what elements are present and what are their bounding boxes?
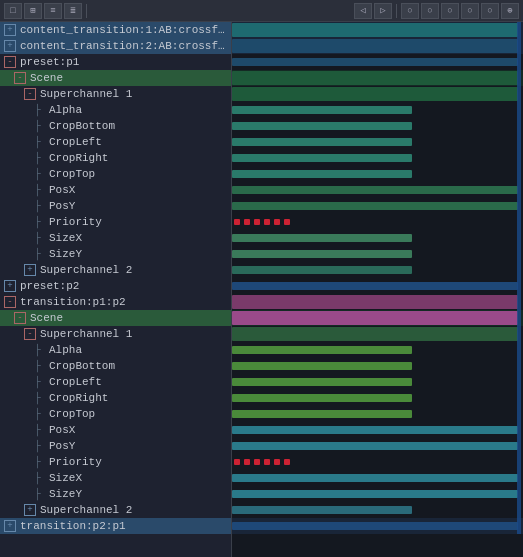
timeline-bar: [232, 250, 412, 258]
toolbar-btn-f[interactable]: ⊕: [501, 3, 519, 19]
toolbar-btn-3[interactable]: ≡: [44, 3, 62, 19]
priority-marker: [254, 459, 260, 465]
timeline-bar: [232, 410, 412, 418]
timeline-row-15: [232, 262, 523, 278]
tree-row[interactable]: ├Priority: [0, 214, 231, 230]
timeline-row-18: [232, 310, 523, 326]
toolbar: □ ⊞ ≡ ≣ ◁ ▷ ○ ○ ○ ○ ○ ⊕: [0, 0, 523, 22]
tree-label: CropLeft: [49, 376, 102, 388]
branch-line: ├: [34, 168, 46, 180]
tree-row[interactable]: ├PosY: [0, 198, 231, 214]
timeline-row-14: [232, 246, 523, 262]
toolbar-btn-4[interactable]: ≣: [64, 3, 82, 19]
tree-row[interactable]: -Scene: [0, 70, 231, 86]
timeline-bar: [232, 58, 518, 66]
tree-row[interactable]: ├SizeX: [0, 230, 231, 246]
tree-row[interactable]: +transition:p2:p1: [0, 518, 231, 534]
minus-icon[interactable]: -: [14, 72, 26, 84]
tree-row[interactable]: +Superchannel 2: [0, 502, 231, 518]
tree-row[interactable]: ├CropTop: [0, 166, 231, 182]
timeline-bar: [232, 522, 518, 530]
timeline-bar: [232, 506, 412, 514]
branch-line: ├: [34, 120, 46, 132]
tree-row[interactable]: ├CropLeft: [0, 374, 231, 390]
tree-label: PosY: [49, 200, 75, 212]
tree-row[interactable]: ├CropRight: [0, 150, 231, 166]
tree-row[interactable]: ├PosY: [0, 438, 231, 454]
timeline-row-11: [232, 198, 523, 214]
branch-line: ├: [34, 424, 46, 436]
timeline-row-16: [232, 278, 523, 294]
timeline-row-8: [232, 150, 523, 166]
timeline-row-13: [232, 230, 523, 246]
toolbar-btn-c[interactable]: ○: [441, 3, 459, 19]
tree-label: Superchannel 2: [40, 504, 132, 516]
tree-row[interactable]: ├PosX: [0, 422, 231, 438]
add-icon[interactable]: +: [4, 280, 16, 292]
tree-row[interactable]: -Scene: [0, 310, 231, 326]
tree-label: SizeY: [49, 248, 82, 260]
timeline-bar: [232, 106, 412, 114]
timeline-bar: [232, 490, 518, 498]
timeline-row-25: [232, 422, 523, 438]
tree-row[interactable]: +Superchannel 2: [0, 262, 231, 278]
toolbar-btn-a[interactable]: ○: [401, 3, 419, 19]
toolbar-btn-e[interactable]: ○: [481, 3, 499, 19]
timeline-bar: [232, 346, 412, 354]
tree-row[interactable]: ├Alpha: [0, 342, 231, 358]
add-icon[interactable]: +: [24, 264, 36, 276]
timeline-row-9: [232, 166, 523, 182]
tree-row[interactable]: +content_transition:2:AB:crossfade: [0, 38, 231, 54]
tree-row[interactable]: ├CropBottom: [0, 358, 231, 374]
toolbar-btn-2[interactable]: ⊞: [24, 3, 42, 19]
minus-icon[interactable]: -: [4, 296, 16, 308]
minus-icon[interactable]: -: [4, 56, 16, 68]
timeline-row-5: [232, 102, 523, 118]
tree-label: Scene: [30, 312, 63, 324]
timeline-row-3: [232, 70, 523, 86]
branch-line: ├: [34, 232, 46, 244]
add-icon[interactable]: +: [4, 24, 16, 36]
tree-row[interactable]: +preset:p2: [0, 278, 231, 294]
tree-row[interactable]: -Superchannel 1: [0, 326, 231, 342]
timeline-row-22: [232, 374, 523, 390]
tree-row[interactable]: -transition:p1:p2: [0, 294, 231, 310]
tree-row[interactable]: -Superchannel 1: [0, 86, 231, 102]
timeline-bar: [232, 426, 518, 434]
add-icon[interactable]: +: [24, 504, 36, 516]
timeline-bar: [232, 266, 412, 274]
tree-row[interactable]: ├SizeY: [0, 246, 231, 262]
tree-row[interactable]: ├Alpha: [0, 102, 231, 118]
toolbar-sep-2: [396, 4, 397, 18]
tree-row[interactable]: ├CropRight: [0, 390, 231, 406]
timeline-row-20: [232, 342, 523, 358]
toolbar-btn-prev[interactable]: ◁: [354, 3, 372, 19]
tree-row[interactable]: ├CropLeft: [0, 134, 231, 150]
tree-row[interactable]: ├PosX: [0, 182, 231, 198]
toolbar-btn-1[interactable]: □: [4, 3, 22, 19]
tree-row[interactable]: +content_transition:1:AB:crossfade: [0, 22, 231, 38]
tree-row[interactable]: ├CropTop: [0, 406, 231, 422]
tree-row[interactable]: ├SizeX: [0, 470, 231, 486]
minus-icon[interactable]: -: [14, 312, 26, 324]
timeline-bar: [232, 378, 412, 386]
priority-marker: [284, 459, 290, 465]
toolbar-btn-next[interactable]: ▷: [374, 3, 392, 19]
toolbar-btn-d[interactable]: ○: [461, 3, 479, 19]
timeline-row-1: [232, 38, 523, 54]
timeline-row-26: [232, 438, 523, 454]
timeline-row-0: [232, 22, 523, 38]
timeline-row-7: [232, 134, 523, 150]
tree-row[interactable]: -preset:p1: [0, 54, 231, 70]
branch-line: ├: [34, 104, 46, 116]
toolbar-btn-b[interactable]: ○: [421, 3, 439, 19]
tree-row[interactable]: ├SizeY: [0, 486, 231, 502]
add-icon[interactable]: +: [4, 520, 16, 532]
minus-icon[interactable]: -: [24, 88, 36, 100]
timeline-row-10: [232, 182, 523, 198]
tree-panel[interactable]: +content_transition:1:AB:crossfade+conte…: [0, 22, 232, 557]
tree-row[interactable]: ├Priority: [0, 454, 231, 470]
add-icon[interactable]: +: [4, 40, 16, 52]
minus-icon[interactable]: -: [24, 328, 36, 340]
tree-row[interactable]: ├CropBottom: [0, 118, 231, 134]
